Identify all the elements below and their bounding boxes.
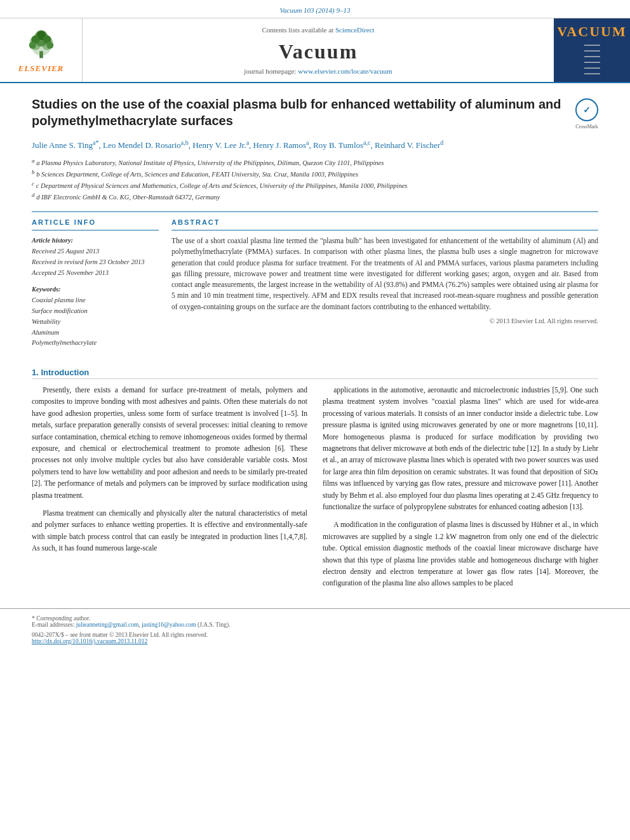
article-header-section: Studies on the use of the coaxial plasma… [0, 83, 630, 361]
authors-line: Julie Anne S. Tinga*, Leo Mendel D. Rosa… [32, 138, 598, 152]
section1-heading: 1. Introduction [32, 368, 598, 379]
main-body: 1. Introduction Presently, there exists … [0, 361, 630, 608]
vacuum-badge-text: VACUUM [557, 23, 626, 40]
footer-email-link2[interactable]: jasting16@yahoo.com [142, 622, 196, 628]
page: Vacuum 103 (2014) 9–13 [0, 0, 630, 840]
divider-blue [32, 211, 598, 212]
history-label: Article history: [32, 237, 73, 244]
article-info-col: ARTICLE INFO Article history: Received 2… [32, 218, 159, 349]
elsevier-logo-section: ELSEVIER [0, 18, 83, 82]
crossmark-label: CrossMark [575, 124, 598, 130]
journal-header-center: Contents lists available at ScienceDirec… [83, 18, 554, 82]
svg-point-9 [46, 42, 53, 49]
elsevier-label: ELSEVIER [18, 63, 64, 74]
title-row: Studies on the use of the coaxial plasma… [32, 96, 598, 138]
journal-homepage: journal homepage: www.elsevier.com/locat… [244, 67, 392, 75]
elsevier-logo: ELSEVIER [18, 27, 64, 74]
info-divider [32, 230, 159, 230]
footer: * Corresponding author. E-mail addresses… [0, 608, 630, 648]
article-info-label: ARTICLE INFO [32, 218, 159, 226]
journal-volume-info: Vacuum 103 (2014) 9–13 [280, 6, 351, 14]
keywords-label: Keywords: [32, 286, 61, 293]
para2: Plasma treatment can chemically and phys… [32, 507, 307, 554]
copyright-line: © 2013 Elsevier Ltd. All rights reserved… [171, 317, 598, 324]
para3: applications in the automotive, aeronaut… [323, 384, 598, 512]
journal-title: Vacuum [279, 40, 358, 63]
henry-ramos-author: Henry J. Ramosa [253, 140, 309, 150]
top-bar: Vacuum 103 (2014) 9–13 [0, 0, 630, 18]
crossmark-badge: ✓ CrossMark [575, 98, 598, 130]
article-history: Article history: Received 25 August 2013… [32, 236, 159, 278]
footer-corresponding: * Corresponding author. [32, 615, 598, 622]
doi-link[interactable]: http://dx.doi.org/10.1016/j.vacuum.2013.… [32, 638, 147, 644]
sciencedirect-line: Contents lists available at ScienceDirec… [262, 26, 374, 34]
para1: Presently, there exists a demand for sur… [32, 384, 307, 501]
footer-email-link[interactable]: julieanneting@gmail.com [76, 622, 139, 628]
elsevier-tree-icon [22, 27, 60, 62]
article-title: Studies on the use of the coaxial plasma… [32, 96, 569, 129]
journal-header: ELSEVIER Contents lists available at Sci… [0, 18, 630, 83]
crossmark-icon: ✓ [575, 98, 598, 121]
abstract-col: ABSTRACT The use of a short coaxial plas… [171, 218, 598, 349]
footer-bottom: 0042-207X/$ – see front matter © 2013 El… [32, 632, 598, 644]
info-abstract-section: ARTICLE INFO Article history: Received 2… [32, 218, 598, 349]
keywords: Keywords: Coaxial plasma line Surface mo… [32, 284, 159, 349]
journal-badge: VACUUM ━━━━━━━━━━━━━━━━━━━━━━━━━━━━━━ [554, 18, 630, 82]
abstract-label: ABSTRACT [171, 218, 598, 226]
journal-homepage-link[interactable]: www.elsevier.com/locate/vacuum [298, 67, 392, 75]
footer-doi: http://dx.doi.org/10.1016/j.vacuum.2013.… [32, 638, 598, 644]
abstract-text: The use of a short coaxial plasma line t… [171, 236, 598, 312]
footer-issn: 0042-207X/$ – see front matter © 2013 El… [32, 632, 598, 638]
vacuum-badge-lines: ━━━━━━━━━━━━━━━━━━━━━━━━━━━━━━ [584, 43, 600, 77]
footer-email: E-mail addresses: julieanneting@gmail.co… [32, 622, 598, 628]
svg-text:✓: ✓ [583, 105, 591, 115]
section1-col-left: Presently, there exists a demand for sur… [32, 384, 307, 596]
affiliations: a a Plasma Physics Laboratory, National … [32, 156, 598, 203]
svg-point-8 [29, 42, 36, 49]
sciencedirect-link[interactable]: ScienceDirect [335, 26, 375, 34]
section1-col-right: applications in the automotive, aeronaut… [323, 384, 598, 596]
abstract-divider [171, 230, 598, 230]
para4: A modification in the configuration of p… [323, 519, 598, 589]
section1-body: Presently, there exists a demand for sur… [32, 384, 598, 596]
